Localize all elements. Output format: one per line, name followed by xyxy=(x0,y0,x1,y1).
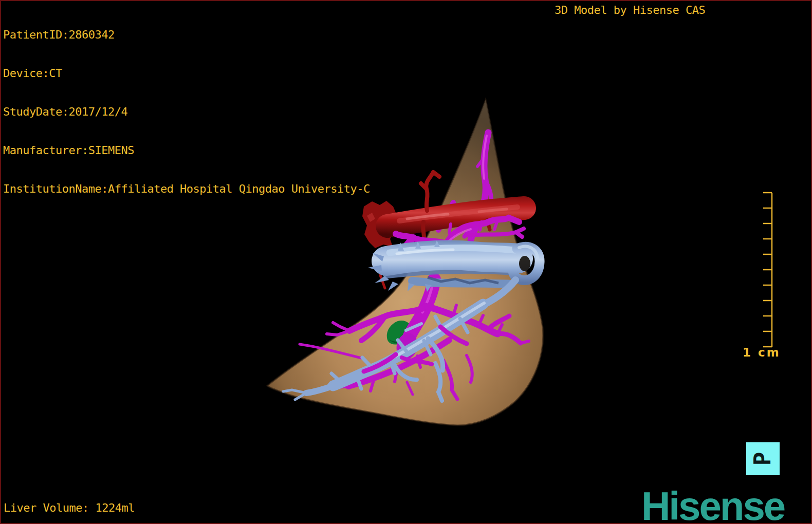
orientation-marker-posterior: P xyxy=(746,442,780,475)
cas-3d-viewer-window: PatientID:2860342 Device:CT StudyDate:20… xyxy=(0,0,812,524)
orientation-letter: P xyxy=(752,452,774,466)
study-date-line: StudyDate:2017/12/4 xyxy=(3,105,370,118)
device-line: Device:CT xyxy=(3,67,370,80)
scale-bar-label: 1 cm xyxy=(743,346,781,359)
liver-volume-readout: Liver Volume: 1224ml xyxy=(4,501,135,514)
manufacturer-line: Manufacturer:SIEMENS xyxy=(3,144,370,157)
scale-bar xyxy=(763,193,772,347)
viewer-title: 3D Model by Hisense CAS xyxy=(555,4,705,16)
institution-line: InstitutionName:Affiliated Hospital Qing… xyxy=(3,182,370,195)
patient-id-line: PatientID:2860342 xyxy=(3,28,370,41)
patient-info-block: PatientID:2860342 Device:CT StudyDate:20… xyxy=(3,3,370,221)
hisense-logo: Hisense xyxy=(641,483,784,524)
